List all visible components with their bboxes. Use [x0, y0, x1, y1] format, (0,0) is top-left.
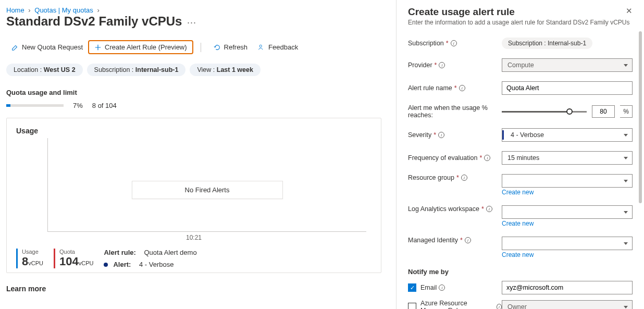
usage-chart: No Fired Alerts: [47, 138, 366, 232]
refresh-icon: [214, 44, 221, 51]
subscription-label: Subscription * i: [408, 40, 502, 47]
email-label: Email i: [420, 284, 502, 291]
learn-more-heading: Learn more: [6, 285, 391, 293]
breadcrumb-quotas[interactable]: Quotas | My quotas: [34, 6, 93, 14]
info-icon[interactable]: i: [459, 85, 465, 91]
subscription-value: Subscription : Internal-sub-1: [502, 38, 592, 49]
feedback-icon: [258, 44, 265, 51]
plus-icon: [94, 44, 102, 51]
frequency-select[interactable]: 15 minutes: [502, 151, 633, 165]
info-icon[interactable]: i: [497, 304, 502, 309]
managed-identity-label: Managed Identity * i: [408, 237, 502, 244]
chevron-right-icon: ›: [28, 6, 30, 14]
create-new-mi-link[interactable]: Create new: [502, 251, 534, 258]
dot-icon: [104, 263, 108, 267]
no-fired-alerts-banner: No Fired Alerts: [132, 181, 283, 199]
alert-label: Alert:: [113, 261, 131, 268]
severity-label: Severity * i: [408, 131, 502, 139]
svg-point-0: [259, 45, 262, 47]
arm-role-select[interactable]: Owner: [502, 300, 633, 309]
stat-usage-value: 8: [22, 255, 28, 268]
info-icon[interactable]: i: [461, 175, 467, 181]
usage-card-title: Usage: [16, 127, 371, 135]
stat-usage: Usage 8vCPU: [16, 249, 43, 268]
notify-heading: Notify me by: [408, 268, 633, 276]
create-new-law-link[interactable]: Create new: [502, 220, 534, 227]
breadcrumb: Home › Quotas | My quotas ›: [6, 6, 391, 14]
alert-rule-name-label: Alert rule name * i: [408, 84, 502, 92]
new-quota-label: New Quota Request: [22, 43, 83, 51]
progress-row: 7% 8 of 104: [6, 102, 391, 109]
pencil-icon: [11, 44, 19, 51]
alert-value: 4 - Verbose: [139, 261, 174, 268]
threshold-slider[interactable]: [502, 107, 587, 116]
resource-group-select[interactable]: [502, 174, 633, 188]
filter-view[interactable]: View : Last 1 week: [190, 64, 260, 76]
severity-select[interactable]: 4 - Verbose: [502, 128, 633, 142]
more-icon[interactable]: ···: [187, 17, 196, 28]
page-title-row: Standard DSv2 Family vCPUs ···: [6, 14, 391, 29]
email-input[interactable]: [502, 281, 633, 294]
progress-percent: 7%: [73, 102, 83, 109]
feedback-button[interactable]: Feedback: [253, 41, 303, 54]
frequency-label: Frequency of evaluation * i: [408, 154, 502, 162]
stat-quota-value: 104: [59, 255, 79, 268]
stat-quota: Quota 104vCPU: [54, 249, 93, 268]
info-icon[interactable]: i: [465, 237, 471, 243]
alert-rule-name-input[interactable]: [502, 81, 633, 95]
managed-identity-select[interactable]: [502, 237, 633, 250]
chevron-right-icon: ›: [97, 6, 99, 14]
progress-ratio: 8 of 104: [92, 102, 117, 109]
toolbar-divider: [201, 43, 201, 52]
provider-select[interactable]: Compute: [502, 58, 633, 72]
page-title: Standard DSv2 Family vCPUs: [6, 14, 182, 28]
quota-usage-heading: Quota usage and limit: [6, 89, 391, 96]
close-icon[interactable]: ✕: [626, 6, 633, 16]
info-icon[interactable]: i: [486, 206, 492, 212]
stat-usage-unit: vCPU: [28, 260, 43, 266]
rule-label: Alert rule:: [104, 249, 135, 256]
filter-location[interactable]: Location : West US 2: [6, 64, 83, 76]
chart-x-label: 10:21: [16, 234, 371, 241]
email-checkbox[interactable]: ✓: [408, 283, 416, 292]
progress-bar: [6, 104, 64, 107]
info-icon[interactable]: i: [439, 285, 445, 291]
threshold-value-input[interactable]: [592, 105, 615, 118]
stat-quota-label: Quota: [59, 249, 93, 255]
feedback-label: Feedback: [268, 43, 298, 51]
progress-fill: [6, 104, 10, 107]
slider-thumb[interactable]: [566, 108, 573, 115]
arm-role-checkbox[interactable]: [408, 303, 416, 309]
panel-title: Create usage alert rule: [408, 6, 633, 18]
create-alert-label: Create Alert Rule (Preview): [105, 43, 187, 51]
filter-pills: Location : West US 2 Subscription : Inte…: [6, 64, 391, 76]
info-icon[interactable]: i: [484, 155, 490, 161]
new-quota-request-button[interactable]: New Quota Request: [6, 41, 88, 54]
create-new-rg-link[interactable]: Create new: [502, 189, 534, 196]
panel-subtitle: Enter the information to add a usage ale…: [408, 19, 633, 26]
breadcrumb-home[interactable]: Home: [6, 6, 24, 14]
resource-group-label: Resource group * i: [408, 174, 502, 181]
rule-value: Quota Alert demo: [144, 249, 196, 256]
create-alert-rule-panel: ✕ Create usage alert rule Enter the info…: [396, 0, 644, 309]
stat-usage-label: Usage: [22, 249, 43, 255]
filter-subscription[interactable]: Subscription : Internal-sub-1: [87, 64, 186, 76]
provider-label: Provider * i: [408, 61, 502, 69]
scrollbar-thumb[interactable]: [639, 31, 642, 203]
refresh-label: Refresh: [224, 43, 248, 51]
log-analytics-select[interactable]: [502, 205, 633, 219]
percent-symbol: %: [620, 105, 633, 118]
usage-card: Usage No Fired Alerts 10:21 Usage 8vCPU …: [6, 118, 381, 273]
refresh-button[interactable]: Refresh: [208, 41, 253, 54]
create-alert-rule-button[interactable]: Create Alert Rule (Preview): [88, 40, 193, 54]
threshold-label: Alert me when the usage % reaches:: [408, 104, 502, 119]
info-icon[interactable]: i: [451, 40, 457, 46]
alert-rule-info: Alert rule: Quota Alert demo Alert: 4 - …: [104, 249, 196, 268]
arm-role-label: Azure Resource Manager Role i: [420, 300, 502, 309]
stat-quota-unit: vCPU: [79, 260, 94, 266]
log-analytics-label: Log Analytics workspace * i: [408, 205, 502, 213]
info-icon[interactable]: i: [438, 132, 444, 138]
toolbar: New Quota Request Create Alert Rule (Pre…: [6, 40, 391, 54]
info-icon[interactable]: i: [439, 62, 445, 68]
